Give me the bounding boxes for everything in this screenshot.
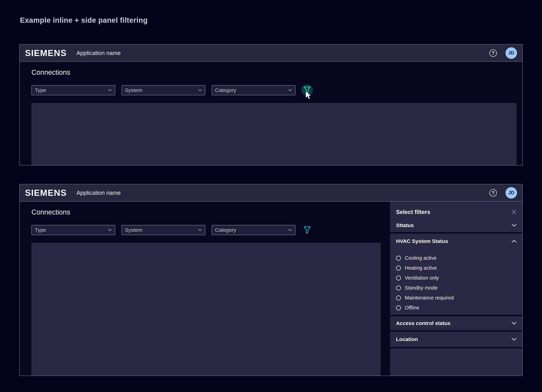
chevron-up-icon xyxy=(511,240,517,243)
type-dropdown-label: Type xyxy=(35,227,46,233)
siemens-logo: SIEMENS xyxy=(25,48,67,58)
accordion-hvac-label: HVAC System Status xyxy=(396,238,448,244)
radio-option-label: Standby mode xyxy=(405,285,437,291)
main-content: Connections Type System Category xyxy=(20,202,390,376)
panel-header-section: Select filters Sttatus xyxy=(390,202,522,232)
app-window-sidepanel-filtering: SIEMENS Application name ? JD Connection… xyxy=(19,184,523,376)
close-icon xyxy=(511,209,517,215)
accordion-status[interactable]: Sttatus xyxy=(396,221,517,229)
svg-text:?: ? xyxy=(492,190,495,195)
radio-option-label: Maintenance required xyxy=(405,295,454,301)
help-button[interactable]: ? xyxy=(489,49,497,57)
filter-side-panel: Select filters Sttatus HVAC Sys xyxy=(390,202,522,376)
chevron-down-icon xyxy=(288,229,292,231)
radio-button[interactable] xyxy=(396,266,401,270)
content-placeholder xyxy=(32,103,516,165)
chevron-down-icon xyxy=(511,338,517,341)
siemens-logo: SIEMENS xyxy=(25,188,67,198)
radio-option-heating-active[interactable]: Heating active xyxy=(396,263,517,273)
hvac-options-list: Cooling active Heating active Ventilatio… xyxy=(396,253,517,313)
page-heading: Connections xyxy=(32,208,390,216)
user-avatar[interactable]: JD xyxy=(505,187,517,199)
radio-option-offline[interactable]: Offline xyxy=(396,303,517,313)
app-body: Connections Type System Category xyxy=(20,62,522,165)
inline-filter-row: Type System Category xyxy=(32,85,522,96)
radio-button[interactable] xyxy=(396,285,401,290)
panel-title: Select filters xyxy=(396,209,430,215)
radio-option-label: Heating active xyxy=(405,265,437,271)
accordion-location[interactable]: Location xyxy=(396,335,517,343)
category-dropdown-label: Category xyxy=(215,227,236,233)
open-filter-panel-button[interactable] xyxy=(301,224,313,236)
accordion-access-section: Access control status xyxy=(390,316,522,330)
radio-option-standby-mode[interactable]: Standby mode xyxy=(396,283,517,293)
app-header: SIEMENS Application name ? JD xyxy=(20,184,522,202)
application-name: Application name xyxy=(76,50,121,56)
radio-button[interactable] xyxy=(396,295,401,300)
app-header: SIEMENS Application name ? JD xyxy=(20,44,522,62)
accordion-hvac-section: HVAC System Status Cooling active Heatin… xyxy=(390,234,522,315)
close-panel-button[interactable] xyxy=(511,209,517,215)
panel-empty-section xyxy=(390,348,522,376)
chevron-down-icon xyxy=(198,229,202,231)
accordion-location-section: Location xyxy=(390,332,522,347)
inline-filter-row: Type System Category xyxy=(32,224,390,236)
app-window-inline-filtering: SIEMENS Application name ? JD Connection… xyxy=(19,44,523,166)
chevron-down-icon xyxy=(511,322,517,325)
chevron-down-icon xyxy=(108,229,112,231)
chevron-down-icon xyxy=(511,224,517,227)
page-heading: Connections xyxy=(32,68,522,76)
radio-button[interactable] xyxy=(396,306,401,310)
chevron-down-icon xyxy=(108,89,112,91)
main-content: Connections Type System Category xyxy=(20,62,522,165)
system-dropdown-label: System xyxy=(125,227,142,233)
type-dropdown[interactable]: Type xyxy=(32,85,115,95)
chevron-down-icon xyxy=(198,89,202,91)
help-icon: ? xyxy=(489,189,497,197)
radio-option-label: Cooling active xyxy=(405,255,437,261)
radio-option-label: Offline xyxy=(405,305,419,311)
system-dropdown-label: System xyxy=(125,87,142,93)
radio-button[interactable] xyxy=(396,276,401,280)
header-actions: ? JD xyxy=(489,47,517,59)
radio-option-cooling-active[interactable]: Cooling active xyxy=(396,253,517,263)
content-placeholder xyxy=(32,243,381,376)
system-dropdown[interactable]: System xyxy=(122,85,205,95)
page-title: Example inline + side panel filtering xyxy=(20,16,148,24)
app-body: Connections Type System Category xyxy=(20,202,522,376)
help-icon: ? xyxy=(489,49,497,57)
category-dropdown[interactable]: Category xyxy=(212,85,295,95)
chevron-down-icon xyxy=(288,89,292,91)
radio-option-ventilation-only[interactable]: Ventilation only xyxy=(396,273,517,283)
radio-option-label: Ventilation only xyxy=(405,275,439,281)
filter-funnel-icon xyxy=(304,226,311,234)
type-dropdown[interactable]: Type xyxy=(32,225,115,235)
help-button[interactable]: ? xyxy=(489,189,497,197)
category-dropdown-label: Category xyxy=(215,87,236,93)
accordion-location-label: Location xyxy=(396,336,418,342)
accordion-access[interactable]: Access control status xyxy=(396,319,517,327)
header-actions: ? JD xyxy=(489,187,517,199)
system-dropdown[interactable]: System xyxy=(122,225,205,235)
accordion-status-label: Sttatus xyxy=(396,222,414,228)
filter-funnel-icon xyxy=(304,86,311,94)
radio-button[interactable] xyxy=(396,256,401,261)
category-dropdown[interactable]: Category xyxy=(212,225,295,235)
application-name: Application name xyxy=(76,189,121,196)
accordion-hvac[interactable]: HVAC System Status xyxy=(396,237,517,245)
type-dropdown-label: Type xyxy=(35,87,46,93)
accordion-access-label: Access control status xyxy=(396,320,450,326)
radio-option-maintenance-required[interactable]: Maintenance required xyxy=(396,293,517,303)
svg-text:?: ? xyxy=(492,50,495,56)
user-avatar[interactable]: JD xyxy=(505,47,517,59)
open-filter-panel-button[interactable] xyxy=(301,85,313,96)
